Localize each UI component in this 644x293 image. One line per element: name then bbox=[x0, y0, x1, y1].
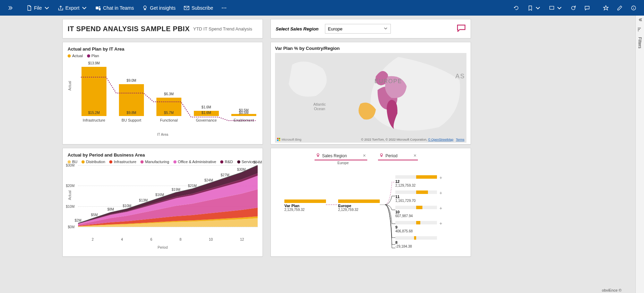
export-icon bbox=[58, 5, 63, 11]
tree-node-europe[interactable]: Europe 2,129,759.32 bbox=[338, 199, 380, 212]
map-visual[interactable]: EUROPE Atlantic Ocean AS Microsoft Bing … bbox=[275, 53, 466, 143]
file-label: File bbox=[34, 5, 42, 11]
qna-button[interactable] bbox=[457, 24, 466, 33]
bar-governance[interactable]: $1.6M $1.6M Governance bbox=[192, 111, 220, 122]
subscribe-button[interactable]: Subscribe bbox=[180, 3, 216, 13]
dim-pill-period[interactable]: Period ✕ bbox=[378, 152, 418, 160]
bar-bu-support[interactable]: $9.0M $9.8M BU Support bbox=[118, 84, 145, 122]
tree-node-11[interactable]: 11 1,161,729.70 bbox=[395, 190, 437, 203]
edit-button[interactable] bbox=[613, 3, 626, 13]
svg-point-6 bbox=[225, 7, 226, 8]
bar-infrastructure[interactable]: $13.9M $15.2M Infrastructure bbox=[80, 67, 108, 123]
svg-point-15 bbox=[380, 154, 383, 156]
svg-point-2 bbox=[144, 6, 146, 9]
map-label-ocean: Atlantic Ocean bbox=[313, 102, 326, 110]
remove-dim-icon[interactable]: ✕ bbox=[413, 153, 417, 158]
expand-node-icon[interactable]: + bbox=[439, 205, 442, 211]
top-ribbon: File Export Chat in Teams Get insight bbox=[0, 0, 644, 16]
svg-rect-10 bbox=[277, 138, 278, 139]
ellipsis-icon bbox=[221, 5, 227, 11]
slicer-label: Select Sales Region bbox=[276, 26, 319, 32]
more-options-button[interactable] bbox=[218, 3, 230, 13]
favorite-button[interactable] bbox=[600, 3, 612, 13]
refresh-icon bbox=[570, 5, 576, 11]
pencil-icon bbox=[617, 5, 622, 11]
bookmark-icon bbox=[527, 5, 533, 11]
subscribe-label: Subscribe bbox=[191, 5, 213, 11]
bar-chart-tile[interactable]: Actual and Plan by IT Area Actual Plan A… bbox=[62, 42, 263, 144]
area-chart-tile[interactable]: Actual by Period and Business Area BUDis… bbox=[62, 148, 263, 257]
area-xlabel: Period bbox=[68, 246, 258, 249]
bar-ylabel: Actual bbox=[68, 81, 72, 91]
star-icon bbox=[603, 5, 609, 11]
insights-label: Get insights bbox=[150, 5, 175, 11]
svg-point-1 bbox=[99, 6, 100, 8]
chevron-down-icon bbox=[557, 5, 562, 11]
bar-chart-title: Actual and Plan by IT Area bbox=[68, 46, 258, 52]
tree-node-9[interactable]: 9 406,875.68 bbox=[395, 221, 437, 233]
view-icon bbox=[549, 5, 555, 11]
tree-node-10[interactable]: 10 607,987.94 bbox=[395, 206, 437, 218]
sales-region-dropdown[interactable]: Europe bbox=[325, 24, 391, 34]
report-canvas: IT SPEND ANALYSIS SAMPLE PBIX YTD IT Spe… bbox=[0, 16, 635, 293]
map-label-europe: EUROPE bbox=[375, 78, 402, 85]
bar-xlabel: IT Area bbox=[68, 133, 258, 136]
terms-link[interactable]: Terms bbox=[456, 138, 465, 141]
area-ylabel: Actual bbox=[68, 190, 72, 200]
map-credits: © 2022 TomTom, © 2022 Microsoft Corporat… bbox=[361, 138, 464, 141]
expand-filters-icon[interactable] bbox=[638, 18, 642, 23]
file-menu[interactable]: File bbox=[23, 3, 53, 13]
svg-rect-0 bbox=[96, 7, 98, 9]
expand-node-icon[interactable]: + bbox=[439, 190, 442, 196]
bar-functional[interactable]: $6.3M $5.7M Functional bbox=[155, 98, 183, 122]
expand-node-icon[interactable]: + bbox=[439, 175, 442, 180]
svg-point-4 bbox=[222, 7, 223, 8]
footer-credit: obviEnce © bbox=[602, 288, 621, 292]
dim-sub: Europe bbox=[337, 161, 466, 165]
chat-in-teams-button[interactable]: Chat in Teams bbox=[92, 3, 137, 13]
chevron-down-icon bbox=[44, 5, 50, 11]
filters-pane-collapsed[interactable]: Filters bbox=[635, 16, 644, 293]
comment-icon bbox=[584, 5, 590, 11]
comments-button[interactable] bbox=[581, 3, 593, 13]
bar-enablement[interactable]: $0.5M $0.5M Enablement bbox=[230, 114, 258, 122]
filters-icon bbox=[637, 27, 642, 32]
dim-pill-sales-region[interactable]: Sales Region ✕ bbox=[315, 152, 367, 160]
svg-rect-7 bbox=[550, 6, 554, 9]
map-bing-logo: Microsoft Bing bbox=[277, 138, 301, 141]
osm-link[interactable]: © OpenStreetMap bbox=[428, 138, 453, 141]
area-chart-legend: BUDistributionInfrastructureManufacturin… bbox=[68, 160, 258, 164]
dropdown-value: Europe bbox=[328, 26, 343, 32]
tree-node-8[interactable]: 8 -29,184.38 bbox=[395, 236, 437, 248]
expand-node-icon[interactable]: + bbox=[439, 221, 442, 226]
mail-icon bbox=[184, 5, 189, 11]
refresh-button[interactable] bbox=[567, 3, 579, 13]
chevron-down-icon bbox=[81, 5, 87, 11]
info-button[interactable] bbox=[627, 3, 640, 13]
bookmarks-menu[interactable] bbox=[524, 3, 544, 13]
tree-root[interactable]: Var Plan 2,129,759.32 bbox=[284, 199, 326, 212]
slicer-tile: Select Sales Region Europe bbox=[271, 19, 471, 38]
reset-button[interactable] bbox=[510, 3, 523, 13]
report-title: IT SPEND ANALYSIS SAMPLE PBIX bbox=[68, 25, 190, 33]
svg-rect-13 bbox=[279, 140, 280, 141]
view-menu[interactable] bbox=[546, 3, 566, 13]
svg-point-5 bbox=[224, 7, 225, 8]
remove-dim-icon[interactable]: ✕ bbox=[363, 153, 366, 158]
expand-ribbon-button[interactable] bbox=[4, 3, 17, 13]
lightbulb-icon bbox=[379, 153, 384, 158]
area-chart-title: Actual by Period and Business Area bbox=[68, 152, 258, 158]
filters-label[interactable]: Filters bbox=[637, 37, 642, 48]
report-subtitle: YTD IT Spend Trend Analysis bbox=[193, 26, 252, 32]
bar-chart-legend: Actual Plan bbox=[68, 54, 258, 58]
get-insights-button[interactable]: Get insights bbox=[139, 3, 179, 13]
tree-node-12[interactable]: 12 2,129,759.32 bbox=[395, 175, 437, 187]
export-menu[interactable]: Export bbox=[54, 3, 91, 13]
decomp-tree-tile[interactable]: Sales Region ✕ Period ✕ Europe bbox=[271, 148, 471, 257]
map-label-as: AS bbox=[455, 73, 465, 80]
teams-icon bbox=[95, 5, 101, 11]
svg-point-14 bbox=[317, 154, 319, 156]
map-tile[interactable]: Var Plan % by Country/Region EUROPE Atla… bbox=[271, 42, 471, 144]
map-title: Var Plan % by Country/Region bbox=[275, 46, 466, 51]
export-label: Export bbox=[66, 5, 79, 11]
